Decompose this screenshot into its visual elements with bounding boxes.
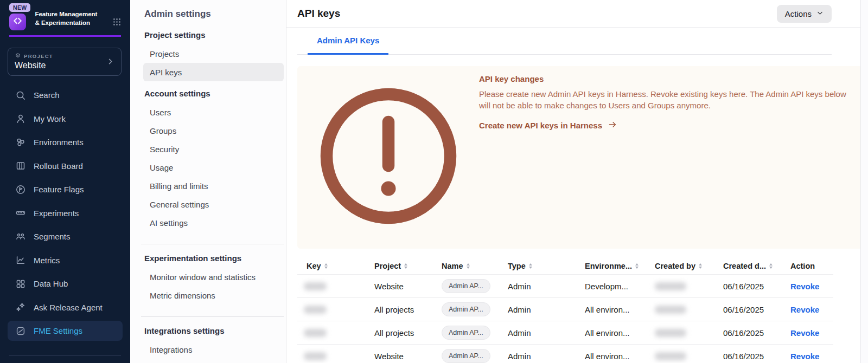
data-hub-icon bbox=[15, 278, 26, 289]
settings-nav-label: Users bbox=[150, 108, 171, 117]
created-by-cell bbox=[655, 352, 723, 360]
column-header-label: Environme... bbox=[585, 262, 632, 270]
created-date-cell: 06/16/2025 bbox=[723, 352, 790, 361]
sidebar-nav-label: Feature Flags bbox=[34, 185, 84, 194]
settings-nav-label: General settings bbox=[150, 200, 209, 209]
type-cell: Admin bbox=[508, 305, 585, 314]
sort-icon[interactable] bbox=[529, 263, 532, 269]
revoke-link[interactable]: Revoke bbox=[790, 282, 819, 291]
scrollbar-track[interactable] bbox=[860, 0, 868, 363]
settings-nav-label: Monitor window and statistics bbox=[150, 273, 256, 282]
revoke-link[interactable]: Revoke bbox=[790, 352, 819, 361]
created-by-cell bbox=[655, 306, 723, 314]
page-header: API keys Actions bbox=[286, 0, 868, 28]
redacted-created-by bbox=[655, 352, 686, 360]
sidebar-nav-label: Ask Release Agent bbox=[34, 303, 103, 312]
sort-icon[interactable] bbox=[769, 263, 773, 269]
type-cell: Admin bbox=[508, 352, 585, 361]
settings-group-title: Experimentation settings bbox=[144, 253, 284, 264]
action-cell: Revoke bbox=[790, 352, 833, 361]
created-by-cell bbox=[655, 329, 723, 337]
api-key-name-badge: Admin AP... bbox=[442, 279, 490, 293]
settings-nav-item[interactable]: Users bbox=[143, 103, 284, 121]
settings-nav-item[interactable]: Security bbox=[143, 140, 284, 158]
sidebar-nav-item[interactable]: Rollout Board bbox=[0, 154, 130, 178]
project-cell: Website bbox=[374, 282, 442, 291]
settings-nav-item[interactable]: Usage bbox=[143, 158, 284, 177]
settings-nav-label: Integrations bbox=[150, 345, 192, 354]
sidebar-divider bbox=[9, 355, 121, 356]
table-column-header: Created d... bbox=[723, 262, 790, 270]
page-title: API keys bbox=[297, 8, 340, 20]
sort-icon[interactable] bbox=[635, 263, 639, 269]
settings-group-title: Integrations settings bbox=[144, 326, 284, 336]
revoke-link[interactable]: Revoke bbox=[790, 328, 819, 338]
feature-flag-icon bbox=[15, 184, 26, 195]
settings-nav-item[interactable]: API keys bbox=[143, 63, 284, 81]
key-cell bbox=[297, 282, 374, 290]
sidebar-nav-item[interactable]: Experiments bbox=[0, 202, 130, 225]
sidebar-nav-label: Environments bbox=[34, 138, 84, 147]
app-title: Feature Management & Experimentation bbox=[35, 3, 101, 30]
user-icon bbox=[15, 113, 26, 124]
settings-nav-item[interactable]: General settings bbox=[143, 195, 284, 213]
settings-nav-item[interactable]: Integrations bbox=[143, 340, 284, 359]
tab-label: Admin API Keys bbox=[317, 36, 379, 45]
settings-nav-label: Projects bbox=[150, 49, 179, 59]
table-column-header: Created by bbox=[655, 262, 723, 270]
project-name: Website bbox=[15, 61, 106, 70]
cube-icon bbox=[15, 53, 21, 59]
settings-group: Integrations settings Integrations bbox=[143, 326, 284, 359]
sort-icon[interactable] bbox=[404, 263, 407, 269]
main-content: API keys Actions Admin API Keys API key … bbox=[286, 0, 868, 363]
brand-header: NEW Feature Management & Experimentation bbox=[0, 0, 130, 30]
settings-nav-item[interactable]: Monitor window and statistics bbox=[143, 268, 284, 286]
column-header-label: Type bbox=[508, 262, 526, 270]
project-cell: All projects bbox=[374, 305, 442, 314]
sidebar-nav-item[interactable]: Environments bbox=[0, 131, 130, 154]
create-api-keys-link[interactable]: Create new API keys in Harness bbox=[479, 120, 853, 131]
sort-icon[interactable] bbox=[699, 263, 702, 269]
api-key-name-badge: Admin AP... bbox=[442, 302, 490, 316]
notice-title: API key changes bbox=[479, 74, 853, 83]
sidebar-nav-label: FME Settings bbox=[34, 326, 82, 335]
api-keys-table: Key Project Name Type Environme... Creat… bbox=[297, 257, 833, 363]
project-selector[interactable]: PROJECT Website bbox=[8, 48, 122, 76]
sidebar-nav-item[interactable]: My Work bbox=[0, 107, 130, 131]
column-header-label: Name bbox=[442, 262, 463, 270]
table-column-header: Action bbox=[790, 262, 833, 270]
actions-button[interactable]: Actions bbox=[777, 5, 832, 23]
settings-nav-item[interactable]: Groups bbox=[143, 121, 284, 140]
create-api-keys-link-label: Create new API keys in Harness bbox=[479, 121, 602, 130]
settings-nav-label: AI settings bbox=[150, 218, 188, 228]
settings-group: Experimentation settings Monitor window … bbox=[143, 253, 284, 317]
created-date-cell: 06/16/2025 bbox=[723, 282, 790, 291]
settings-nav-label: API keys bbox=[150, 68, 182, 77]
created-date-cell: 06/16/2025 bbox=[723, 305, 790, 314]
sidebar-nav-item[interactable]: Segments bbox=[0, 225, 130, 249]
tab-admin-api-keys[interactable]: Admin API Keys bbox=[308, 28, 388, 55]
sidebar-nav-item[interactable]: Ask Release Agent bbox=[0, 296, 130, 320]
api-key-changes-notice: API key changes Please create new Admin … bbox=[297, 66, 863, 249]
sidebar-nav-item[interactable]: Metrics bbox=[0, 249, 130, 273]
settings-nav-item[interactable]: Projects bbox=[143, 44, 284, 63]
name-cell: Admin AP... bbox=[442, 349, 508, 363]
settings-nav-item[interactable]: AI settings bbox=[143, 213, 284, 232]
sparkles-icon bbox=[15, 302, 26, 313]
sidebar-nav-item[interactable]: Search bbox=[0, 83, 130, 107]
sidebar-nav-item[interactable]: Data Hub bbox=[0, 272, 130, 296]
app-logo bbox=[9, 14, 26, 30]
settings-nav-item[interactable]: Metric dimensions bbox=[143, 286, 284, 304]
table-row: Website Admin AP... Admin Developm... 06… bbox=[297, 275, 833, 298]
revoke-link[interactable]: Revoke bbox=[790, 305, 819, 314]
redacted-created-by bbox=[655, 306, 686, 314]
settings-nav-item[interactable]: Billing and limits bbox=[143, 177, 284, 195]
sidebar-nav-item[interactable]: Feature Flags bbox=[0, 178, 130, 202]
redacted-key bbox=[304, 329, 327, 337]
sort-icon[interactable] bbox=[467, 263, 470, 269]
name-cell: Admin AP... bbox=[442, 326, 508, 340]
sidebar-nav-label: Segments bbox=[34, 232, 71, 241]
sort-icon[interactable] bbox=[324, 263, 328, 269]
sidebar-nav-item[interactable]: FME Settings bbox=[8, 321, 123, 341]
app-grid-icon[interactable] bbox=[112, 17, 122, 30]
